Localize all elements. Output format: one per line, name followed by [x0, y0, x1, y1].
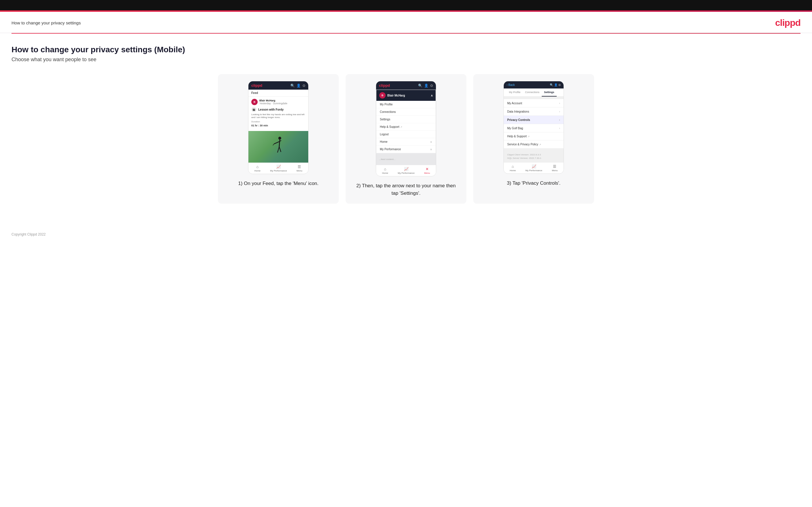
my-profile-label: My Profile [380, 103, 393, 106]
tab-connections[interactable]: Connections [523, 89, 542, 97]
menu-username: Blair McHarg [387, 94, 405, 97]
phone-topbar-1: clippd 🔍 👤 ⊙ [248, 81, 308, 90]
svg-point-0 [278, 137, 281, 139]
avatar-menu: B [379, 92, 386, 99]
menu-dropdown: B Blair McHarg ∧ My Profile Connections … [376, 90, 436, 153]
svg-line-4 [273, 144, 274, 145]
profile-icon-2: 👤 [424, 83, 428, 88]
nav-home-label-2: Home [382, 172, 388, 174]
settings-tabs: My Profile Connections Settings [504, 89, 564, 97]
nav-menu-label-2: Menu [424, 172, 430, 174]
nav-home-2: ⌂ Home [382, 167, 388, 174]
page-subheading: Choose what you want people to see [11, 57, 801, 63]
step-3-caption: 3) Tap 'Privacy Controls'. [507, 179, 561, 187]
phone-bottomnav-2: ⌂ Home 📈 My Performance ✕ Menu [376, 165, 436, 176]
nav-performance-label: My Performance [270, 169, 287, 172]
phone-icons-2: 🔍 👤 ⊙ [418, 83, 433, 88]
nav-performance-label-3: My Performance [525, 169, 542, 172]
home-icon-2: ⌂ [384, 167, 386, 171]
nav-menu-1: ☰ Menu [297, 165, 302, 172]
nav-menu-3: ☰ Menu [552, 164, 558, 172]
menu-user-header: B Blair McHarg ∧ [376, 90, 436, 101]
feed-user-row: B Blair McHarg Yesterday · Sunningdale [251, 99, 305, 105]
settings-icon-2: ⊙ [430, 83, 433, 88]
phone-bottomnav-1: ⌂ Home 📈 My Performance ☰ Menu [248, 163, 308, 174]
svg-line-1 [279, 139, 280, 147]
search-icon: 🔍 [291, 83, 295, 88]
menu-item-helpsupport[interactable]: Help & Support ↗ [376, 123, 436, 131]
phone-mockup-3: ‹ Back 🔍 👤 ⊙ My Profile Connections Sett… [504, 81, 564, 174]
step-card-1: clippd 🔍 👤 ⊙ Feed B Blair McHarg [218, 74, 339, 204]
menu-item-settings[interactable]: Settings [376, 116, 436, 123]
phone-bottomnav-3: ⌂ Home 📈 My Performance ☰ Menu [504, 162, 564, 173]
steps-row: clippd 🔍 👤 ⊙ Feed B Blair McHarg [11, 74, 801, 204]
top-bar [0, 0, 812, 10]
header-title: How to change your privacy settings [11, 20, 81, 25]
chevron-down-home: ∨ [430, 140, 432, 143]
nav-performance-2: 📈 My Performance [398, 167, 415, 174]
nav-menu-2: ✕ Menu [424, 167, 430, 174]
help-support-settings-label: Help & Support ↗ [507, 135, 529, 138]
nav-performance-1: 📈 My Performance [270, 165, 287, 172]
menu-icon-3: ☰ [553, 164, 556, 169]
settings-item-helpsupport[interactable]: Help & Support ↗ [504, 132, 564, 140]
settings-icon: ⊙ [303, 83, 305, 88]
service-privacy-label: Service & Privacy Policy ↗ [507, 143, 541, 146]
main-content: How to change your privacy settings (Mob… [0, 34, 812, 215]
version-line-2: GQL Server Version: 2022.7.30-1 [507, 157, 560, 160]
privacy-controls-label: Privacy Controls [507, 118, 530, 121]
duration-value: 01 hr : 30 min [251, 124, 305, 127]
svg-line-5 [277, 147, 279, 153]
menu-icon: ☰ [298, 165, 301, 169]
feed-tab: Feed [248, 90, 308, 97]
external-icon-service: ↗ [539, 143, 541, 146]
data-integrations-label: Data Integrations [507, 110, 529, 113]
menu-item-logout[interactable]: Logout [376, 131, 436, 138]
nav-home-label-3: Home [510, 169, 516, 172]
step-card-3: ‹ Back 🔍 👤 ⊙ My Profile Connections Sett… [473, 74, 594, 204]
settings-item-myaccount[interactable]: My Account › [504, 99, 564, 107]
settings-item-mygolfbag[interactable]: My Golf Bag › [504, 124, 564, 132]
settings-version: Clippd Client Version: 2022.8.3-3 GQL Se… [504, 151, 564, 162]
performance-icon: 📈 [276, 165, 281, 169]
close-icon: ✕ [425, 167, 429, 171]
settings-topbar: ‹ Back 🔍 👤 ⊙ [504, 81, 564, 89]
performance-nav-label: My Performance [380, 148, 401, 151]
feed-post: B Blair McHarg Yesterday · Sunningdale 🎬… [248, 97, 308, 131]
chevron-up-icon: ∧ [431, 94, 433, 97]
phone-mockup-1: clippd 🔍 👤 ⊙ Feed B Blair McHarg [248, 81, 308, 174]
nav-home-3: ⌂ Home [510, 164, 516, 172]
chevron-myaccount: › [559, 101, 560, 105]
version-line-1: Clippd Client Version: 2022.8.3-3 [507, 153, 560, 157]
step-card-2: clippd 🔍 👤 ⊙ B Blair McHarg ∧ [346, 74, 466, 204]
tab-settings[interactable]: Settings [542, 89, 557, 97]
external-icon-help: ↗ [527, 135, 529, 138]
menu-nav-performance[interactable]: My Performance ∨ [376, 146, 436, 153]
settings-icon-3: ⊙ [558, 83, 561, 87]
settings-item-dataintegrations[interactable]: Data Integrations › [504, 107, 564, 116]
search-icon-2: 🔍 [418, 83, 422, 88]
tab-myprofile[interactable]: My Profile [507, 89, 523, 97]
settings-item-privacycontrols[interactable]: Privacy Controls › [504, 116, 564, 124]
step-2-caption: 2) Then, tap the arrow next to your name… [353, 182, 459, 197]
menu-item-connections[interactable]: Connections [376, 108, 436, 116]
back-button[interactable]: ‹ Back [507, 83, 515, 87]
menu-item-myprofile[interactable]: My Profile [376, 101, 436, 108]
phone-icons-1: 🔍 👤 ⊙ [291, 83, 305, 88]
profile-icon: 👤 [297, 83, 301, 88]
phone-icons-3: 🔍 👤 ⊙ [550, 83, 561, 87]
help-support-label: Help & Support ↗ [380, 125, 402, 128]
footer: Copyright Clippd 2022 [0, 227, 812, 242]
connections-label: Connections [380, 110, 396, 113]
nav-performance-label-2: My Performance [398, 172, 415, 174]
search-icon-3: 🔍 [550, 83, 553, 87]
menu-nav-home[interactable]: Home ∨ [376, 138, 436, 146]
settings-item-serviceprivacy[interactable]: Service & Privacy Policy ↗ [504, 140, 564, 149]
feed-screen: Feed B Blair McHarg Yesterday · Sunningd… [248, 90, 308, 163]
menu-user-left: B Blair McHarg [379, 92, 405, 99]
background-feed: ...feed content... [376, 153, 436, 165]
chevron-privacycontrols: › [559, 118, 560, 121]
feed-user-name: Blair McHarg [259, 99, 287, 102]
nav-performance-3: 📈 My Performance [525, 164, 542, 172]
page-heading: How to change your privacy settings (Mob… [11, 45, 801, 54]
